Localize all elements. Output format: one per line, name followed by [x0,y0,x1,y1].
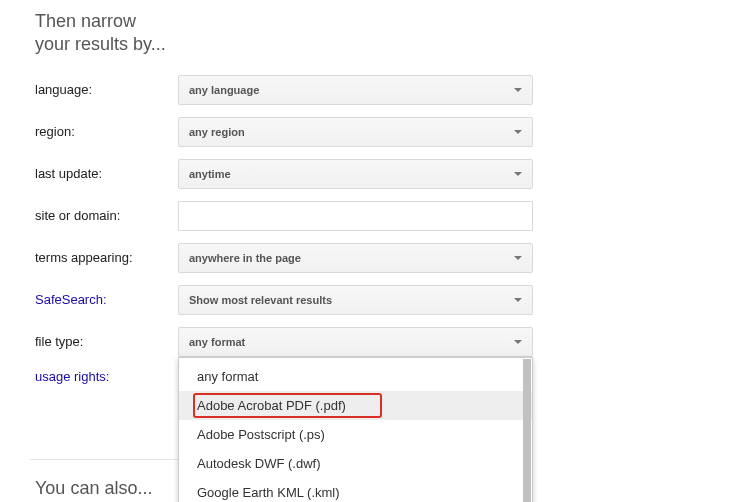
label-terms-appearing: terms appearing: [35,250,178,265]
row-language: language: any language [35,75,730,105]
dropdown-option[interactable]: Google Earth KML (.kml) [179,478,532,502]
dropdown-option[interactable]: Adobe Postscript (.ps) [179,420,532,449]
chevron-down-icon [514,172,522,176]
scrollbar-thumb[interactable] [523,359,531,502]
select-safesearch[interactable]: Show most relevant results [178,285,533,315]
row-file-type: file type: any format any formatAdobe Ac… [35,327,730,357]
chevron-down-icon [514,340,522,344]
select-file-type[interactable]: any format [178,327,533,357]
select-language-value: any language [189,84,259,96]
dropdown-option[interactable]: Adobe Acrobat PDF (.pdf) [179,391,532,420]
narrow-results-header: Then narrow your results by... [35,10,175,57]
dropdown-file-type: any formatAdobe Acrobat PDF (.pdf)Adobe … [178,357,533,502]
row-region: region: any region [35,117,730,147]
label-site-or-domain: site or domain: [35,208,178,223]
row-safesearch: SafeSearch: Show most relevant results [35,285,730,315]
scrollbar[interactable] [523,359,531,502]
label-safesearch[interactable]: SafeSearch: [35,292,178,307]
label-file-type: file type: [35,334,178,349]
select-safesearch-value: Show most relevant results [189,294,332,306]
row-site-or-domain: site or domain: [35,201,730,231]
chevron-down-icon [514,256,522,260]
row-terms-appearing: terms appearing: anywhere in the page [35,243,730,273]
select-terms-appearing[interactable]: anywhere in the page [178,243,533,273]
label-language: language: [35,82,178,97]
dropdown-option[interactable]: Autodesk DWF (.dwf) [179,449,532,478]
chevron-down-icon [514,298,522,302]
chevron-down-icon [514,88,522,92]
select-region-value: any region [189,126,245,138]
label-last-update: last update: [35,166,178,181]
select-last-update[interactable]: anytime [178,159,533,189]
input-site-or-domain[interactable] [178,201,533,231]
highlight-annotation [193,393,382,418]
row-last-update: last update: anytime [35,159,730,189]
select-last-update-value: anytime [189,168,231,180]
label-region: region: [35,124,178,139]
label-usage-rights[interactable]: usage rights: [35,369,178,384]
chevron-down-icon [514,130,522,134]
select-terms-appearing-value: anywhere in the page [189,252,301,264]
select-language[interactable]: any language [178,75,533,105]
dropdown-option[interactable]: any format [179,362,532,391]
select-region[interactable]: any region [178,117,533,147]
select-file-type-value: any format [189,336,245,348]
